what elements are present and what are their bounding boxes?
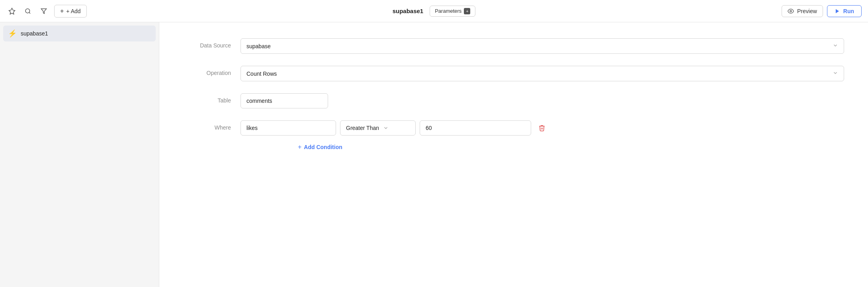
where-field-input[interactable] (240, 120, 336, 136)
add-condition-label: Add Condition (304, 144, 342, 150)
preview-button[interactable]: Preview (782, 5, 823, 17)
where-control: Greater Than (240, 120, 844, 153)
eye-icon (788, 8, 794, 14)
operation-chevron-icon (833, 70, 838, 77)
preview-label: Preview (797, 8, 817, 14)
parameters-label: Parameters (435, 8, 461, 14)
where-operator-select[interactable]: Greater Than (340, 120, 416, 136)
delete-condition-button[interactable] (535, 123, 549, 133)
table-control (240, 93, 844, 108)
trash-icon (538, 124, 545, 132)
operation-control: Count Rows (240, 66, 844, 81)
operation-value: Count Rows (246, 71, 277, 77)
operation-row: Operation Count Rows (183, 66, 844, 81)
parameters-button[interactable]: Parameters + (430, 6, 475, 17)
table-label: Table (183, 93, 231, 104)
parameters-plus-icon: + (464, 8, 470, 14)
run-play-icon (835, 8, 840, 14)
query-title: supabase1 (393, 8, 424, 14)
search-icon[interactable] (22, 6, 33, 17)
svg-marker-3 (836, 9, 839, 13)
table-row: Table (183, 93, 844, 108)
data-source-row: Data Source supabase (183, 38, 844, 54)
add-condition-button[interactable]: + Add Condition (298, 141, 342, 153)
where-condition-row: Greater Than (240, 120, 844, 136)
filter-icon[interactable] (38, 6, 49, 17)
where-label: Where (183, 120, 231, 131)
sidebar-item-label: supabase1 (21, 30, 48, 37)
data-source-chevron-icon (833, 43, 838, 49)
table-input[interactable] (240, 93, 328, 108)
pin-icon[interactable] (6, 6, 18, 17)
operation-label: Operation (183, 66, 231, 76)
supabase-bolt-icon: ⚡ (8, 29, 17, 38)
topbar-left: + + Add (6, 5, 166, 18)
svg-point-0 (25, 9, 30, 13)
sidebar: ⚡ supabase1 (0, 22, 159, 287)
svg-point-2 (790, 10, 792, 12)
add-condition-plus-icon: + (298, 144, 301, 151)
data-source-label: Data Source (183, 38, 231, 49)
data-source-value: supabase (246, 43, 271, 49)
where-operator-chevron-icon (383, 125, 389, 131)
main: ⚡ supabase1 Data Source supabase Op (0, 22, 868, 287)
run-label: Run (843, 8, 854, 14)
data-source-control: supabase (240, 38, 844, 54)
where-operator-value: Greater Than (346, 125, 379, 131)
topbar-right: Preview Run (702, 5, 862, 17)
add-button-label: + Add (66, 8, 80, 14)
svg-marker-1 (41, 9, 46, 14)
content-panel: Data Source supabase Operation Count Row… (159, 22, 868, 287)
run-button[interactable]: Run (827, 5, 862, 17)
operation-select[interactable]: Count Rows (240, 66, 844, 81)
where-value-input[interactable] (420, 120, 531, 136)
where-row-container: Where Greater Than (183, 120, 844, 153)
data-source-select[interactable]: supabase (240, 38, 844, 54)
topbar-center: supabase1 Parameters + (170, 6, 698, 17)
add-button[interactable]: + + Add (54, 5, 87, 18)
sidebar-item-supabase1[interactable]: ⚡ supabase1 (3, 26, 156, 41)
add-plus-icon: + (60, 8, 64, 15)
topbar: + + Add supabase1 Parameters + Preview R… (0, 0, 868, 22)
